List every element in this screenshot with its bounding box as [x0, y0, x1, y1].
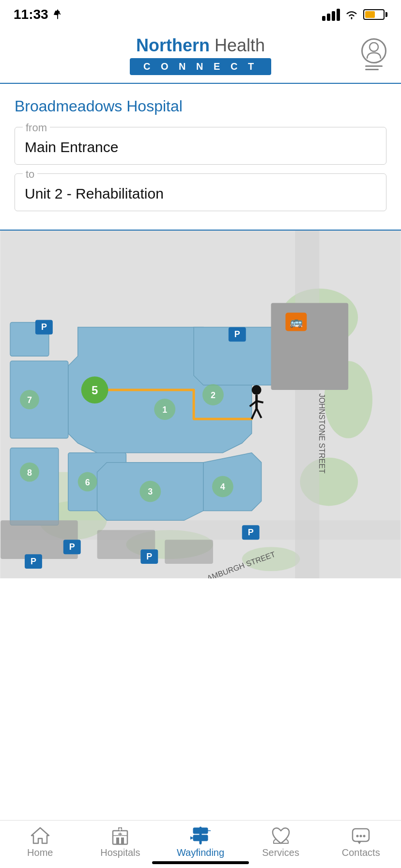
content-area: Broadmeadows Hospital from Main Entrance… [0, 84, 401, 230]
svg-point-54 [252, 385, 262, 395]
svg-text:2: 2 [211, 390, 216, 400]
nav-hospitals[interactable]: Hospitals [96, 826, 144, 858]
nav-contacts[interactable]: Contacts [337, 826, 385, 858]
logo-connect: C O N N E C T [130, 58, 271, 75]
to-label: to [23, 168, 37, 181]
nav-home-label: Home [27, 847, 53, 858]
svg-text:P: P [41, 322, 47, 332]
profile-button[interactable] [361, 38, 386, 70]
services-icon [271, 826, 291, 845]
svg-text:P: P [248, 527, 254, 537]
status-icons [322, 9, 387, 21]
svg-text:P: P [31, 557, 36, 566]
hospitals-icon [110, 826, 130, 845]
svg-text:7: 7 [27, 395, 32, 405]
svg-text:1: 1 [162, 405, 167, 415]
person-icon [366, 42, 382, 60]
svg-text:4: 4 [220, 482, 225, 492]
home-indicator-container [0, 857, 401, 864]
menu-lines [365, 65, 383, 70]
contacts-icon [351, 826, 371, 845]
svg-text:JOHNSTONE STREET: JOHNSTONE STREET [318, 393, 326, 474]
logo-northern: Northern [136, 35, 210, 55]
svg-text:3: 3 [148, 487, 153, 496]
wifi-icon [345, 9, 358, 20]
logo-health: Health [210, 35, 265, 55]
profile-icon [361, 38, 386, 63]
nav-services[interactable]: Services [257, 826, 305, 858]
svg-marker-19 [203, 452, 262, 511]
nav-wayfinding[interactable]: Wayfinding [176, 826, 225, 858]
svg-rect-65 [116, 837, 119, 844]
svg-text:🚌: 🚌 [290, 315, 303, 328]
svg-text:6: 6 [85, 477, 90, 487]
status-time: 11:33 [14, 7, 63, 22]
home-icon [30, 826, 50, 845]
svg-point-78 [356, 835, 359, 837]
svg-rect-66 [121, 837, 124, 844]
signal-icon [322, 9, 340, 21]
battery-icon [363, 9, 387, 20]
home-bar [152, 861, 249, 864]
svg-rect-73 [193, 828, 208, 834]
from-label: from [23, 122, 50, 134]
nav-hospitals-label: Hospitals [100, 847, 140, 858]
svg-point-80 [363, 835, 366, 837]
status-bar: 11:33 [0, 0, 401, 26]
svg-rect-20 [271, 303, 349, 390]
svg-text:5: 5 [92, 384, 98, 397]
svg-rect-75 [193, 835, 208, 841]
svg-text:8: 8 [27, 467, 32, 477]
svg-marker-62 [31, 828, 49, 843]
svg-text:P: P [234, 329, 240, 339]
svg-rect-23 [165, 540, 213, 564]
svg-marker-76 [190, 837, 193, 839]
logo-title: Northern Health [136, 36, 265, 55]
logo-area: Northern Health C O N N E C T [130, 36, 271, 75]
svg-rect-16 [10, 448, 59, 525]
nav-wayfinding-label: Wayfinding [177, 847, 224, 858]
hospital-name: Broadmeadows Hospital [15, 97, 386, 115]
svg-point-79 [360, 835, 362, 837]
nav-home[interactable]: Home [16, 826, 64, 858]
from-value: Main Entrance [25, 135, 376, 155]
svg-text:P: P [69, 542, 75, 552]
location-icon [52, 9, 63, 20]
to-value: Unit 2 - Rehabilitation [25, 182, 376, 202]
map-area[interactable]: 2 1 3 4 7 8 6 P P P P P P [0, 230, 401, 578]
nav-contacts-label: Contacts [342, 847, 380, 858]
app-header: Northern Health C O N N E C T [0, 26, 401, 84]
hospital-map: 2 1 3 4 7 8 6 P P P P P P [0, 231, 401, 578]
to-field[interactable]: to Unit 2 - Rehabilitation [15, 173, 386, 211]
nav-services-label: Services [262, 847, 299, 858]
wayfinding-icon [190, 826, 211, 845]
from-field[interactable]: from Main Entrance [15, 127, 386, 165]
svg-text:P: P [146, 552, 152, 561]
svg-point-1 [370, 43, 378, 51]
